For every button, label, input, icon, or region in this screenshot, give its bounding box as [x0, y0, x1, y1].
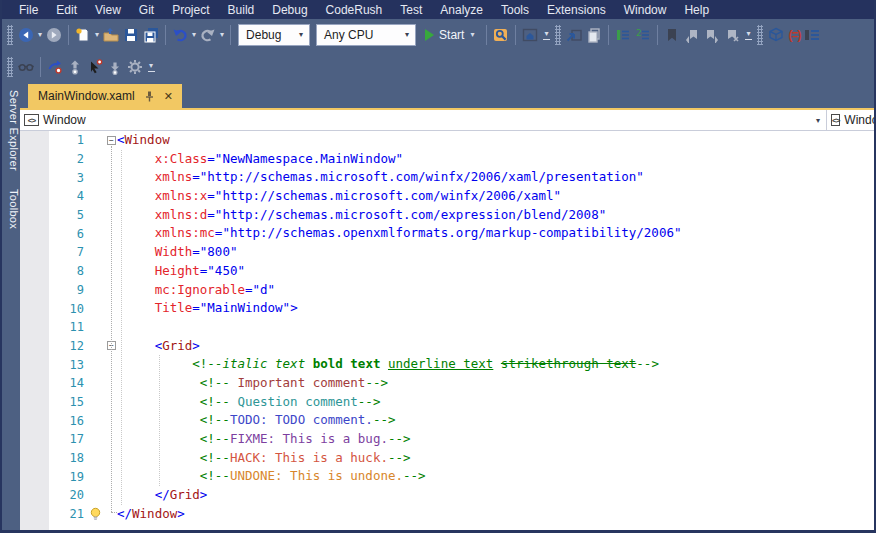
member-dropdown[interactable]: <> Window [826, 110, 874, 130]
toolbar-grip[interactable] [555, 25, 561, 45]
code-text: </Grid> [117, 486, 207, 505]
cursor-icon [87, 59, 103, 75]
bookmark-icon [664, 27, 680, 43]
line-number: 16 [20, 414, 84, 428]
menu-item-file[interactable]: File [10, 1, 47, 19]
code-line: 16 <!--TODO: TODO comment.--> [20, 411, 874, 430]
move-up-button-disabled[interactable] [65, 55, 85, 79]
visual-studio-window: FileEditViewGitProjectBuildDebugCodeRush… [0, 0, 876, 533]
new-dropdown-caret[interactable]: ▾ [93, 31, 101, 39]
save-button[interactable] [121, 23, 141, 47]
menu-item-git[interactable]: Git [130, 1, 163, 19]
undo-dropdown-caret[interactable]: ▾ [190, 31, 198, 39]
platform-caret: ▾ [403, 31, 411, 39]
list-lines-icon [804, 27, 820, 43]
sort-lines-button[interactable] [802, 23, 822, 47]
configuration-caret: ▾ [297, 31, 305, 39]
menu-item-project[interactable]: Project [163, 1, 218, 19]
tab-mainwindow-xaml[interactable]: MainWindow.xaml ✕ [28, 84, 182, 108]
code-line: 4 xmlns:x="http://schemas.microsoft.com/… [20, 187, 874, 206]
menu-item-extensions[interactable]: Extensions [538, 1, 615, 19]
cube-icon [768, 27, 784, 43]
braces-button[interactable]: (=) [786, 23, 802, 47]
lightbulb-icon [89, 507, 102, 521]
open-file-button[interactable] [101, 23, 121, 47]
quick-actions-lightbulb[interactable] [84, 507, 106, 521]
code-line: 7 Width="800" [20, 243, 874, 262]
toolbar-grip[interactable] [757, 25, 763, 45]
toolbar-grip[interactable] [7, 25, 13, 45]
line-number: 13 [20, 358, 84, 372]
copy-button-disabled[interactable] [584, 23, 604, 47]
undo-button[interactable] [170, 23, 190, 47]
new-project-button[interactable] [73, 23, 93, 47]
code-text: <!-- Important comment--> [117, 374, 388, 393]
sidebar-tab-server-explorer[interactable]: Server Explorer [2, 90, 20, 171]
smart-cursor-button[interactable] [85, 55, 105, 79]
sidebar-tab-toolbox[interactable]: Toolbox [2, 189, 20, 229]
sync-with-active-document-button[interactable] [520, 23, 540, 47]
navigate-backward-button[interactable] [16, 23, 36, 47]
menu-item-test[interactable]: Test [391, 1, 431, 19]
solution-configuration-combobox[interactable]: Debug ▾ [238, 24, 310, 46]
menu-item-window[interactable]: Window [615, 1, 676, 19]
menu-item-coderush[interactable]: CodeRush [317, 1, 392, 19]
line-number: 11 [20, 320, 84, 334]
new-file-icon [75, 27, 91, 43]
outline-guide-foot [111, 512, 117, 513]
standard-toolbar: ▾ ▾ ▾ ▾ Debug ▾ Any C [2, 19, 874, 51]
clear-bookmarks-button-disabled[interactable] [722, 23, 742, 47]
toolbar-grip[interactable] [7, 57, 13, 77]
code-line: 13 <!--italic text bold text underline t… [20, 355, 874, 374]
start-debugging-button[interactable]: Start ▾ [421, 23, 480, 47]
code-text: <!--italic text bold text underline text… [117, 355, 659, 374]
navigate-to-button[interactable] [564, 23, 584, 47]
menu-item-analyze[interactable]: Analyze [431, 1, 492, 19]
settings-button-disabled[interactable] [125, 55, 145, 79]
save-all-button[interactable] [141, 23, 161, 47]
up-arrow-icon [67, 59, 83, 75]
format-document-button[interactable] [613, 23, 633, 47]
redo-button[interactable] [198, 23, 218, 47]
coderush-visualize-button[interactable] [16, 55, 36, 79]
menu-item-help[interactable]: Help [675, 1, 718, 19]
close-icon[interactable]: ✕ [162, 90, 175, 103]
line-number: 5 [20, 208, 84, 222]
previous-bookmark-button-disabled[interactable] [682, 23, 702, 47]
collapse-region-button[interactable]: − [107, 136, 116, 145]
menu-item-tools[interactable]: Tools [492, 1, 538, 19]
toolbar-options-caret[interactable]: ▾ [744, 30, 752, 40]
find-in-code-button[interactable] [491, 23, 511, 47]
solution-platform-combobox[interactable]: Any CPU ▾ [316, 24, 416, 46]
code-line: 11 [20, 318, 874, 337]
move-down-button-disabled[interactable] [105, 55, 125, 79]
navigate-forward-button[interactable] [44, 23, 64, 47]
next-bookmark-icon [704, 27, 720, 43]
show-xaml-designer-button[interactable] [766, 23, 786, 47]
toolbar-options-caret[interactable]: ▾ [147, 62, 155, 72]
start-dropdown-caret: ▾ [468, 31, 476, 39]
toggle-bookmark-button[interactable] [662, 23, 682, 47]
element-name: Window [43, 113, 86, 127]
menu-item-debug[interactable]: Debug [263, 1, 316, 19]
left-tool-strip: Server ExplorerToolbox [2, 82, 20, 530]
menu-item-edit[interactable]: Edit [47, 1, 86, 19]
redo-dropdown-caret[interactable]: ▾ [218, 31, 226, 39]
element-dropdown[interactable]: <> Window ▾ [20, 113, 826, 127]
format-selection-button[interactable]: 2 [633, 23, 653, 47]
code-line: 18 <!--HACK: This is a huck.--> [20, 449, 874, 468]
next-bookmark-button-disabled[interactable] [702, 23, 722, 47]
start-label: Start [439, 28, 464, 42]
code-editor[interactable]: 1−<Window2 x:Class="NewNamespace.MainWin… [20, 131, 874, 530]
back-dropdown-caret[interactable]: ▾ [36, 31, 44, 39]
jump-to-button[interactable] [45, 55, 65, 79]
toolbar-options-caret[interactable]: ▾ [542, 30, 550, 40]
code-text: xmlns:d="http://schemas.microsoft.com/ex… [117, 206, 606, 225]
line-number: 9 [20, 283, 84, 297]
menu-item-view[interactable]: View [86, 1, 130, 19]
undo-arrow-icon [172, 27, 188, 43]
code-line: 19 <!--UNDONE: This is undone.--> [20, 467, 874, 486]
menu-item-build[interactable]: Build [219, 1, 264, 19]
save-all-icon [143, 27, 159, 43]
pin-icon[interactable] [143, 90, 156, 103]
